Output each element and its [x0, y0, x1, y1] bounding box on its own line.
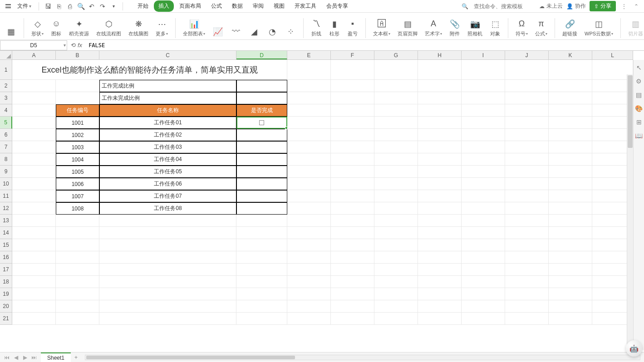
cell[interactable] [505, 92, 549, 104]
cell[interactable] [505, 300, 549, 313]
file-menu[interactable]: 文件 [15, 1, 34, 11]
cell-D12[interactable] [236, 202, 287, 215]
ribbon-sparkline-winloss[interactable]: ▪盈亏 [344, 15, 361, 38]
cell-C8[interactable]: 工作任务04 [99, 153, 236, 166]
cell[interactable] [418, 288, 462, 300]
cell[interactable] [505, 288, 549, 300]
cell[interactable] [287, 166, 331, 178]
cell[interactable] [462, 239, 505, 251]
cell[interactable] [505, 129, 549, 141]
cell[interactable] [374, 264, 418, 276]
row-header-18[interactable]: 18 [0, 276, 12, 288]
cell[interactable] [12, 227, 56, 239]
cell[interactable] [462, 178, 505, 190]
cell[interactable] [12, 178, 56, 190]
cell[interactable] [287, 288, 331, 300]
cell[interactable] [287, 215, 331, 227]
row-header-21[interactable]: 21 [0, 313, 12, 325]
ribbon-sparkline-column[interactable]: ▮柱形 [326, 15, 343, 38]
cell[interactable] [374, 276, 418, 288]
cell[interactable] [462, 141, 505, 153]
share-button[interactable]: ⇧分享 [590, 1, 616, 11]
panel-settings-icon[interactable]: ⚙ [635, 77, 643, 85]
ribbon-icons[interactable]: ☺图标 [48, 15, 64, 38]
cell[interactable] [12, 300, 56, 313]
panel-store-icon[interactable]: ⊞ [635, 118, 643, 126]
cell[interactable] [331, 227, 374, 239]
cell[interactable] [505, 117, 549, 129]
cell[interactable] [56, 276, 99, 288]
cell[interactable] [12, 141, 56, 153]
cell[interactable] [236, 313, 287, 325]
cell[interactable] [374, 129, 418, 141]
ribbon-scatter-chart[interactable]: ⁘ [282, 15, 299, 38]
tab-data[interactable]: 数据 [227, 0, 247, 12]
name-box[interactable]: D5 ▾ [0, 40, 67, 50]
tab-insert[interactable]: 插入 [154, 0, 174, 12]
cell[interactable] [287, 117, 331, 129]
cell[interactable] [287, 153, 331, 166]
cell[interactable] [287, 313, 331, 325]
tab-formula[interactable]: 公式 [206, 0, 226, 12]
fx-icon[interactable]: fx [78, 42, 82, 49]
cell[interactable] [549, 104, 592, 117]
cell[interactable] [374, 251, 418, 264]
cell[interactable] [418, 92, 462, 104]
ribbon-line-chart[interactable]: 〰 [228, 15, 244, 38]
cell[interactable] [418, 264, 462, 276]
cell[interactable] [287, 129, 331, 141]
cell[interactable] [331, 178, 374, 190]
cell[interactable] [549, 141, 592, 153]
cell[interactable] [374, 300, 418, 313]
cell[interactable] [505, 227, 549, 239]
ribbon-wordart[interactable]: A艺术字 [422, 15, 445, 38]
cell[interactable] [331, 141, 374, 153]
cell[interactable] [12, 80, 56, 92]
cell[interactable] [418, 129, 462, 141]
cell[interactable] [462, 60, 505, 80]
cell[interactable] [549, 153, 592, 166]
cell[interactable] [505, 141, 549, 153]
col-header-A[interactable]: A [12, 51, 56, 59]
cell[interactable] [462, 80, 505, 92]
cell[interactable] [12, 153, 56, 166]
cell[interactable] [505, 276, 549, 288]
cell[interactable] [374, 166, 418, 178]
cell[interactable] [99, 239, 236, 251]
formula-input[interactable] [86, 42, 644, 49]
cell[interactable] [374, 104, 418, 117]
row-header-13[interactable]: 13 [0, 215, 12, 227]
sheet-tab-1[interactable]: Sheet1 [41, 352, 71, 362]
cell-C6[interactable]: 工作任务02 [99, 129, 236, 141]
cell[interactable] [12, 202, 56, 215]
cell[interactable] [462, 276, 505, 288]
row-header-2[interactable]: 2 [0, 80, 12, 92]
panel-format-icon[interactable]: ▤ [635, 91, 643, 99]
ribbon-attach[interactable]: 📎附件 [447, 15, 463, 38]
cell[interactable] [331, 60, 374, 80]
ribbon-allcharts[interactable]: 📊全部图表 [180, 15, 208, 38]
ribbon-pie-chart[interactable]: ◔ [264, 15, 280, 38]
tab-pagelayout[interactable]: 页面布局 [175, 0, 206, 12]
tab-nav-last-icon[interactable]: ⏭ [30, 353, 38, 362]
col-header-K[interactable]: K [549, 51, 592, 59]
cell[interactable] [56, 239, 99, 251]
cell[interactable] [505, 153, 549, 166]
cell[interactable] [56, 313, 99, 325]
cell[interactable] [418, 153, 462, 166]
cell[interactable] [462, 129, 505, 141]
ribbon-hyperlink[interactable]: 🔗超链接 [560, 15, 580, 38]
cell-C3[interactable]: 工作未完成比例 [99, 92, 236, 104]
cell[interactable] [505, 190, 549, 202]
cell[interactable] [331, 313, 374, 325]
row-header-11[interactable]: 11 [0, 190, 12, 202]
cell[interactable] [99, 227, 236, 239]
row-header-7[interactable]: 7 [0, 141, 12, 153]
cell[interactable] [12, 117, 56, 129]
cell[interactable] [331, 117, 374, 129]
cell[interactable] [505, 264, 549, 276]
ribbon-sparkline-line[interactable]: 〽折线 [308, 15, 324, 38]
cell[interactable] [418, 251, 462, 264]
cell[interactable] [12, 276, 56, 288]
cell[interactable] [549, 276, 592, 288]
